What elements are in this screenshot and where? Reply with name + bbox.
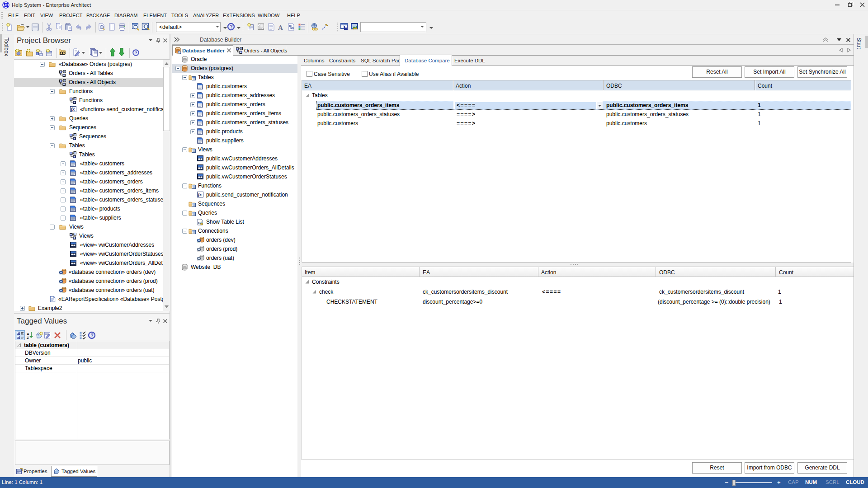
svg-text:?: ? <box>90 333 93 338</box>
svg-text:?: ? <box>230 24 232 29</box>
svg-text:Z: Z <box>27 336 29 340</box>
svg-text:A: A <box>278 24 283 31</box>
